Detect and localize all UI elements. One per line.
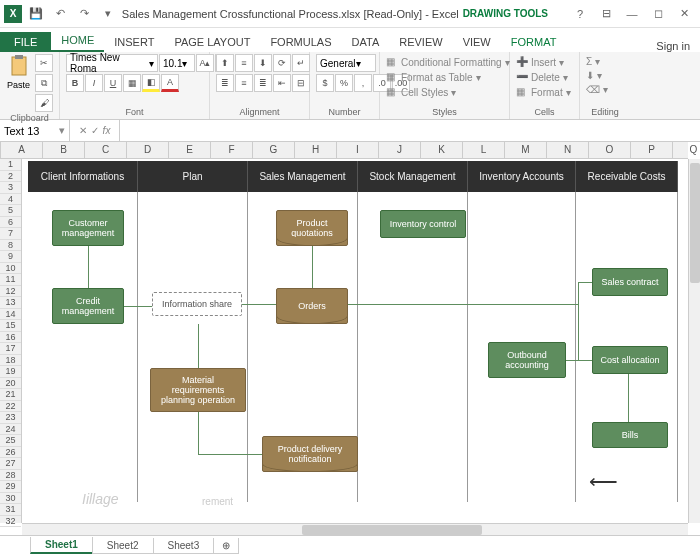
sheet-tab-3[interactable]: Sheet3: [153, 538, 215, 554]
col-header-Q[interactable]: Q: [673, 142, 700, 158]
row-header-12[interactable]: 12: [0, 286, 21, 298]
row-header-28[interactable]: 28: [0, 470, 21, 482]
tab-format[interactable]: FORMAT: [501, 32, 567, 52]
row-header-13[interactable]: 13: [0, 297, 21, 309]
flow-box-outbound-acct[interactable]: Outbound accounting: [488, 342, 566, 378]
formula-input[interactable]: [120, 120, 700, 141]
col-header-N[interactable]: N: [547, 142, 589, 158]
flow-box-material-req[interactable]: Material requirements planning operation: [150, 368, 246, 412]
qat-undo-icon[interactable]: ↶: [50, 4, 70, 24]
col-header-M[interactable]: M: [505, 142, 547, 158]
sheet-tab-2[interactable]: Sheet2: [92, 538, 154, 554]
row-header-23[interactable]: 23: [0, 412, 21, 424]
tab-data[interactable]: DATA: [342, 32, 390, 52]
row-header-20[interactable]: 20: [0, 378, 21, 390]
tab-view[interactable]: VIEW: [453, 32, 501, 52]
row-header-9[interactable]: 9: [0, 251, 21, 263]
insert-cells-button[interactable]: ➕Insert ▾: [516, 56, 564, 68]
row-header-27[interactable]: 27: [0, 458, 21, 470]
wrap-text-icon[interactable]: ↵: [292, 54, 310, 72]
enter-formula-icon[interactable]: ✓: [91, 125, 99, 136]
row-header-14[interactable]: 14: [0, 309, 21, 321]
col-header-F[interactable]: F: [211, 142, 253, 158]
align-center-icon[interactable]: ≡: [235, 74, 253, 92]
indent-dec-icon[interactable]: ⇤: [273, 74, 291, 92]
row-header-30[interactable]: 30: [0, 493, 21, 505]
row-header-18[interactable]: 18: [0, 355, 21, 367]
fx-icon[interactable]: fx: [103, 125, 111, 136]
border-button[interactable]: ▦: [123, 74, 141, 92]
cut-icon[interactable]: ✂: [35, 54, 53, 72]
row-header-32[interactable]: 32: [0, 516, 21, 528]
col-header-G[interactable]: G: [253, 142, 295, 158]
format-as-table-button[interactable]: ▦Format as Table ▾: [386, 71, 481, 83]
flow-box-credit-mgmt[interactable]: Credit management: [52, 288, 124, 324]
align-top-icon[interactable]: ⬆: [216, 54, 234, 72]
row-header-11[interactable]: 11: [0, 274, 21, 286]
row-header-3[interactable]: 3: [0, 182, 21, 194]
paste-button[interactable]: Paste: [6, 54, 31, 90]
flow-box-sales-contract[interactable]: Sales contract: [592, 268, 668, 296]
new-sheet-button[interactable]: ⊕: [213, 538, 239, 554]
col-header-O[interactable]: O: [589, 142, 631, 158]
comma-icon[interactable]: ,: [354, 74, 372, 92]
qat-customize-icon[interactable]: ▾: [98, 4, 118, 24]
flow-box-inventory-ctrl[interactable]: Inventory control: [380, 210, 466, 238]
maximize-icon[interactable]: ◻: [646, 4, 670, 24]
number-format-select[interactable]: General ▾: [316, 54, 376, 72]
flow-box-product-quot[interactable]: Product quotations: [276, 210, 348, 246]
align-middle-icon[interactable]: ≡: [235, 54, 253, 72]
sheet-canvas[interactable]: Client InformationsPlanSales ManagementS…: [22, 159, 688, 523]
file-tab[interactable]: FILE: [0, 32, 51, 52]
bold-button[interactable]: B: [66, 74, 84, 92]
col-header-J[interactable]: J: [379, 142, 421, 158]
font-name-select[interactable]: Times New Roma ▾: [66, 54, 158, 72]
flow-box-bills[interactable]: Bills: [592, 422, 668, 448]
col-header-P[interactable]: P: [631, 142, 673, 158]
col-header-E[interactable]: E: [169, 142, 211, 158]
col-header-D[interactable]: D: [127, 142, 169, 158]
clear-button[interactable]: ⌫ ▾: [586, 84, 608, 95]
cancel-formula-icon[interactable]: ✕: [79, 125, 87, 136]
row-header-2[interactable]: 2: [0, 171, 21, 183]
underline-button[interactable]: U: [104, 74, 122, 92]
tab-review[interactable]: REVIEW: [389, 32, 452, 52]
minimize-icon[interactable]: —: [620, 4, 644, 24]
row-header-1[interactable]: 1: [0, 159, 21, 171]
align-bottom-icon[interactable]: ⬇: [254, 54, 272, 72]
col-header-A[interactable]: A: [1, 142, 43, 158]
orientation-icon[interactable]: ⟳: [273, 54, 291, 72]
col-header-B[interactable]: B: [43, 142, 85, 158]
ribbon-collapse-icon[interactable]: ⊟: [594, 4, 618, 24]
row-header-16[interactable]: 16: [0, 332, 21, 344]
copy-icon[interactable]: ⧉: [35, 74, 53, 92]
row-header-29[interactable]: 29: [0, 481, 21, 493]
row-header-25[interactable]: 25: [0, 435, 21, 447]
col-header-K[interactable]: K: [421, 142, 463, 158]
currency-icon[interactable]: $: [316, 74, 334, 92]
row-header-24[interactable]: 24: [0, 424, 21, 436]
row-header-5[interactable]: 5: [0, 205, 21, 217]
row-header-7[interactable]: 7: [0, 228, 21, 240]
cell-styles-button[interactable]: ▦Cell Styles ▾: [386, 86, 456, 98]
row-header-4[interactable]: 4: [0, 194, 21, 206]
col-header-H[interactable]: H: [295, 142, 337, 158]
ribbon-help-icon[interactable]: ?: [568, 4, 592, 24]
flow-box-cost-alloc[interactable]: Cost allocation: [592, 346, 668, 374]
qat-save-icon[interactable]: 💾: [26, 4, 46, 24]
row-header-21[interactable]: 21: [0, 389, 21, 401]
row-header-26[interactable]: 26: [0, 447, 21, 459]
delete-cells-button[interactable]: ➖Delete ▾: [516, 71, 568, 83]
merge-button[interactable]: ⊟: [292, 74, 310, 92]
col-header-C[interactable]: C: [85, 142, 127, 158]
flow-box-customer-mgmt[interactable]: Customer management: [52, 210, 124, 246]
tab-formulas[interactable]: FORMULAS: [260, 32, 341, 52]
row-header-8[interactable]: 8: [0, 240, 21, 252]
col-header-L[interactable]: L: [463, 142, 505, 158]
horizontal-scrollbar[interactable]: [22, 523, 688, 535]
conditional-formatting-button[interactable]: ▦Conditional Formatting ▾: [386, 56, 510, 68]
tab-page-layout[interactable]: PAGE LAYOUT: [164, 32, 260, 52]
row-header-17[interactable]: 17: [0, 343, 21, 355]
close-icon[interactable]: ✕: [672, 4, 696, 24]
row-header-31[interactable]: 31: [0, 504, 21, 516]
